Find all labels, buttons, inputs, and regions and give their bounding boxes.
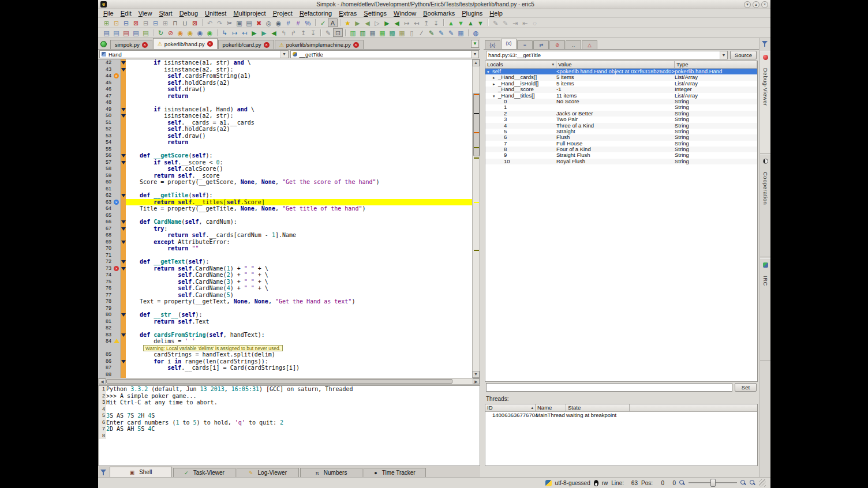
line-number[interactable]: 54 bbox=[98, 139, 113, 146]
fold-margin[interactable] bbox=[121, 199, 126, 206]
marker-margin[interactable] bbox=[113, 59, 121, 66]
fold-margin[interactable] bbox=[121, 73, 126, 80]
search-next-icon[interactable]: ◉ bbox=[274, 18, 283, 27]
fold-margin[interactable] bbox=[121, 245, 126, 252]
line-number[interactable]: 47 bbox=[98, 93, 113, 100]
code-line[interactable]: 65 bbox=[98, 212, 472, 219]
variable-row[interactable]: ▾self<pokerlib.hand.Hand object at 0x7f6… bbox=[485, 69, 757, 74]
marker-margin[interactable] bbox=[113, 325, 121, 332]
fold-margin[interactable] bbox=[121, 172, 126, 179]
unittest-script-icon[interactable]: ▦ bbox=[368, 28, 377, 37]
sidebar-tab-cooperation[interactable]: Cooperation bbox=[760, 155, 770, 257]
line-number[interactable]: 61 bbox=[98, 186, 113, 193]
collapse-icon[interactable]: ▾ bbox=[487, 69, 492, 74]
line-number[interactable]: 53 bbox=[98, 133, 113, 140]
fold-margin[interactable] bbox=[121, 311, 126, 318]
fold-margin[interactable] bbox=[121, 205, 126, 212]
profile-script-icon[interactable]: ▤ bbox=[141, 28, 151, 37]
column-header-state[interactable]: State bbox=[566, 404, 630, 411]
line-number[interactable]: 87 bbox=[98, 365, 113, 371]
code-line[interactable]: 59 return self.__score bbox=[98, 172, 472, 179]
global-variables-tab[interactable]: {x} bbox=[485, 40, 500, 49]
expand-icon[interactable]: ▸ bbox=[493, 75, 498, 80]
bookmark-next-icon[interactable]: ▶ bbox=[353, 18, 362, 27]
code-line[interactable]: 61 bbox=[98, 186, 472, 193]
bookmark-prev-icon[interactable]: ◀ bbox=[362, 18, 372, 27]
line-number[interactable]: 79 bbox=[98, 305, 113, 312]
variable-row[interactable]: _Hand__score-1Integer bbox=[485, 87, 757, 92]
code-line[interactable]: 55 bbox=[98, 146, 472, 153]
code-line[interactable]: 68 return self.__cards[cardNum - 1].Name bbox=[98, 232, 472, 239]
shell-line[interactable]: 4 bbox=[99, 406, 480, 413]
code-line[interactable]: 43 isinstance(a2, str): bbox=[98, 66, 472, 73]
variable-row[interactable]: 6FlushString bbox=[485, 134, 757, 140]
variable-row[interactable]: 8Four of a KindString bbox=[485, 147, 757, 152]
code-line[interactable]: 85 cardStrings = handText.split(delim) bbox=[98, 351, 472, 358]
debug-script-icon[interactable]: ▤ bbox=[121, 28, 131, 37]
menu-start[interactable]: Start bbox=[155, 10, 175, 17]
line-number[interactable]: 56 bbox=[98, 152, 113, 159]
chevron-down-icon[interactable]: ▼ bbox=[471, 51, 478, 58]
code-line[interactable]: 58 self.calcScore() bbox=[98, 166, 472, 172]
tab-list-dropdown[interactable]: ▼ bbox=[471, 40, 479, 48]
fold-margin[interactable] bbox=[121, 106, 126, 113]
sidebar-tab-irc[interactable]: IRC bbox=[760, 258, 770, 361]
variable-row[interactable]: 0No ScoreString bbox=[485, 99, 757, 104]
fold-collapse-icon[interactable] bbox=[121, 267, 126, 271]
close-icon[interactable]: × bbox=[142, 42, 148, 48]
minimize-button[interactable]: ▾ bbox=[744, 1, 751, 8]
menu-window[interactable]: Window bbox=[390, 10, 420, 17]
marker-margin[interactable] bbox=[113, 239, 121, 246]
menu-file[interactable]: File bbox=[100, 10, 117, 17]
temporary-breakpoint-icon[interactable]: × bbox=[114, 200, 119, 205]
restart-icon[interactable]: ◉ bbox=[175, 28, 185, 37]
shell-line[interactable]: 1Python 3.3.2 (default, Jun 13 2013, 16:… bbox=[99, 386, 480, 393]
fold-margin[interactable] bbox=[121, 285, 126, 292]
marker-margin[interactable] bbox=[113, 298, 121, 305]
class-combobox[interactable]: Hand ▼ bbox=[99, 50, 289, 58]
sidebar-tab-debug-viewer[interactable]: Debug-Viewer bbox=[760, 51, 770, 153]
indent-icon[interactable]: ⇥ bbox=[510, 18, 520, 27]
menu-edit[interactable]: Edit bbox=[117, 10, 135, 17]
variable-row[interactable]: ▸_Hand__cards[]5 itemsList/Array bbox=[485, 74, 757, 80]
save-icon[interactable]: ⊟ bbox=[121, 18, 131, 27]
menu-debug[interactable]: Debug bbox=[176, 10, 201, 17]
debug-project-icon[interactable]: ▤ bbox=[131, 28, 141, 37]
fold-margin[interactable] bbox=[121, 93, 126, 100]
breakpoint-edit-icon[interactable]: ⊡ bbox=[333, 28, 343, 37]
continue-to-cursor-icon[interactable]: ▶ bbox=[259, 28, 269, 37]
zoom-slider[interactable] bbox=[689, 479, 737, 487]
line-number[interactable]: 58 bbox=[98, 166, 113, 172]
fold-margin[interactable] bbox=[121, 365, 126, 371]
fold-collapse-icon[interactable] bbox=[121, 161, 126, 164]
marker-margin[interactable] bbox=[113, 133, 121, 140]
editor-horizontal-scrollbar[interactable]: ◀ ▶ bbox=[98, 378, 480, 385]
chevron-down-icon[interactable]: ▼ bbox=[720, 51, 727, 59]
marker-margin[interactable] bbox=[113, 192, 121, 199]
fold-margin[interactable] bbox=[121, 112, 126, 119]
marker-margin[interactable] bbox=[113, 126, 121, 133]
close-icon[interactable]: ⊠ bbox=[131, 18, 141, 27]
line-number[interactable]: 81 bbox=[98, 318, 113, 325]
column-header-locals[interactable]: Locals▾ bbox=[485, 61, 556, 68]
marker-margin[interactable] bbox=[113, 292, 121, 299]
line-number[interactable]: 82 bbox=[98, 325, 113, 332]
filter-icon[interactable] bbox=[100, 469, 107, 476]
marker-margin[interactable] bbox=[113, 112, 121, 119]
marker-margin[interactable] bbox=[113, 93, 121, 100]
unittest-restart-icon[interactable]: ▥ bbox=[358, 28, 368, 37]
marker-margin[interactable] bbox=[113, 285, 121, 292]
code-line[interactable]: 79 bbox=[98, 305, 472, 312]
code-line[interactable]: 78 Text = property(__getText, None, None… bbox=[98, 298, 472, 305]
line-number[interactable]: 74 bbox=[98, 272, 113, 279]
error-down-icon[interactable]: ▼ bbox=[476, 18, 485, 27]
fold-margin[interactable] bbox=[121, 186, 126, 193]
fold-margin[interactable] bbox=[121, 159, 126, 166]
column-header-value[interactable]: Value bbox=[556, 61, 675, 68]
delete-icon[interactable]: ✖ bbox=[254, 18, 264, 27]
unindent-icon[interactable]: ⇤ bbox=[520, 18, 530, 27]
zoom-in-icon[interactable] bbox=[740, 480, 746, 486]
fold-margin[interactable] bbox=[121, 332, 126, 339]
marker-margin[interactable] bbox=[113, 106, 121, 113]
menu-bookmarks[interactable]: Bookmarks bbox=[420, 10, 458, 17]
